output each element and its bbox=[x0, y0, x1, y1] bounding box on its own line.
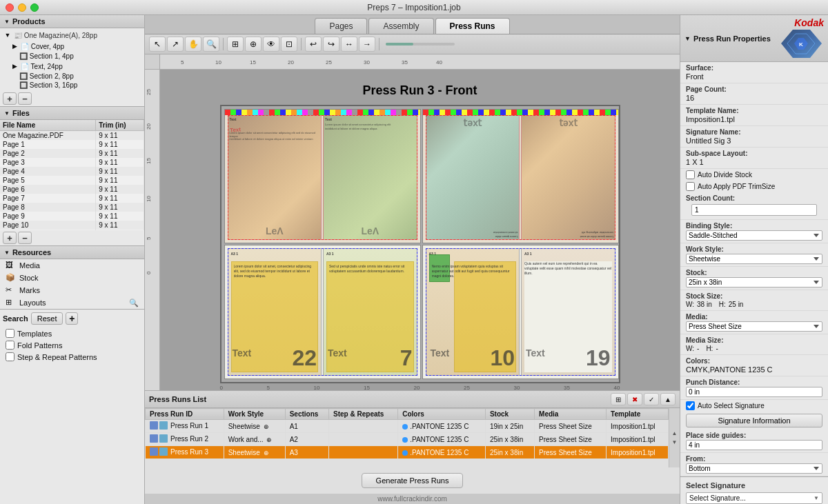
bl-page-2: A3 1 Sed ut perspiciatis unde omnis iste… bbox=[323, 248, 417, 376]
close-button[interactable] bbox=[6, 3, 14, 12]
media-size-values: W: - H: - bbox=[686, 345, 822, 352]
rp-auto-apply-row[interactable]: Auto Apply PDF TrimSize bbox=[680, 181, 828, 192]
tab-pages[interactable]: Pages bbox=[315, 18, 367, 34]
generate-press-runs-button[interactable]: Generate Press Runs bbox=[362, 473, 464, 488]
layouts-search-icon[interactable]: 🔍 bbox=[129, 299, 139, 308]
canvas-inner[interactable]: Press Run 3 - Front bbox=[160, 70, 680, 390]
select-tool-button[interactable]: ↖ bbox=[149, 37, 166, 52]
file-row[interactable]: Page 59 x 11 bbox=[0, 176, 144, 185]
files-section-header[interactable]: ▼ Files bbox=[0, 107, 144, 120]
resources-section-header[interactable]: ▼ Resources bbox=[0, 246, 144, 259]
product-item-2[interactable]: ▶ 📄 Cover, 4pp bbox=[0, 41, 144, 52]
auto-divide-checkbox[interactable] bbox=[686, 170, 695, 179]
file-row[interactable]: One Magazine.PDF9 x 11 bbox=[0, 131, 144, 141]
zoom-slider[interactable] bbox=[386, 43, 455, 46]
file-trim-cell: 9 x 11 bbox=[96, 167, 144, 176]
view-button[interactable]: 👁 bbox=[263, 37, 279, 52]
prl-btn-up[interactable]: ▲ bbox=[660, 393, 676, 405]
file-row[interactable]: Page 69 x 11 bbox=[0, 185, 144, 194]
arrow-tool-button[interactable]: ↗ bbox=[167, 37, 184, 52]
remove-product-button[interactable]: − bbox=[18, 92, 32, 105]
pan-tool-button[interactable]: ✋ bbox=[185, 37, 201, 52]
layout-button[interactable]: ⊡ bbox=[281, 37, 297, 52]
prl-title: Press Runs List bbox=[149, 395, 206, 403]
auto-apply-checkbox[interactable] bbox=[686, 182, 695, 191]
fold-patterns-checkbox-item[interactable]: Fold Patterns bbox=[3, 339, 141, 351]
auto-select-signature-label: Auto Select Signature bbox=[698, 402, 765, 410]
flip-button[interactable]: ↔ bbox=[341, 37, 357, 52]
add-product-button[interactable]: + bbox=[3, 92, 17, 105]
surface-value: Front bbox=[686, 72, 822, 81]
undo-button[interactable]: ↩ bbox=[305, 37, 322, 52]
product-item-6[interactable]: 🔲 Section 3, 16pp bbox=[0, 81, 144, 90]
file-row[interactable]: Page 79 x 11 bbox=[0, 194, 144, 203]
maximize-button[interactable] bbox=[30, 3, 39, 12]
remove-file-button[interactable]: − bbox=[18, 232, 32, 244]
tab-assembly[interactable]: Assembly bbox=[368, 18, 433, 34]
file-row[interactable]: Page 29 x 11 bbox=[0, 149, 144, 158]
rp-stock: Stock: 25in x 38in 19in x 25in bbox=[680, 267, 828, 290]
section-count-input[interactable] bbox=[691, 204, 817, 216]
product-item-5[interactable]: 🔲 Section 2, 8pp bbox=[0, 72, 144, 81]
reset-button[interactable]: Reset bbox=[31, 312, 63, 325]
fold-patterns-checkbox[interactable] bbox=[6, 341, 14, 350]
step-repeat-checkbox[interactable] bbox=[6, 352, 14, 361]
file-row[interactable]: Page 39 x 11 bbox=[0, 158, 144, 167]
place-side-guides-input[interactable] bbox=[686, 440, 822, 450]
rp-auto-divide-row[interactable]: Auto Divide Stock bbox=[680, 169, 828, 181]
file-row[interactable]: Page 49 x 11 bbox=[0, 167, 144, 176]
prl-btn-grid[interactable]: ⊞ bbox=[611, 393, 626, 405]
file-trim-cell: 9 x 11 bbox=[96, 221, 144, 230]
resource-stock[interactable]: 📦 Stock bbox=[0, 272, 144, 284]
file-trim-cell: 9 x 11 bbox=[96, 176, 144, 185]
binding-style-select[interactable]: Saddle-Stitched Perfect Bound Loose Leaf bbox=[686, 230, 822, 241]
add-button[interactable]: ⊕ bbox=[245, 37, 262, 52]
prl-row[interactable]: Press Run 3Sheetwise ⊕A3.PANTONE 1235 C2… bbox=[146, 446, 669, 459]
prl-scroll-up[interactable]: ▲ bbox=[671, 429, 679, 438]
signature-info-button[interactable]: Signature Information bbox=[686, 414, 822, 427]
prl-row[interactable]: Press Run 1Sheetwise ⊕A1.PANTONE 1235 C1… bbox=[146, 420, 669, 433]
br-page2-num: 19 bbox=[586, 345, 611, 371]
grid-button[interactable]: ⊞ bbox=[227, 37, 244, 52]
section2-label: 🔲 Section 2, 8pp bbox=[19, 72, 74, 80]
product-item-3[interactable]: 🔲 Section 1, 4pp bbox=[0, 52, 144, 61]
product-item-1[interactable]: ▼ 📰 One Magazine(A), 28pp bbox=[0, 30, 144, 41]
auto-select-signature-checkbox[interactable] bbox=[686, 401, 695, 410]
prl-btn-delete[interactable]: ✖ bbox=[627, 393, 642, 405]
prl-btn-check[interactable]: ✓ bbox=[644, 393, 659, 405]
redo-button[interactable]: ↪ bbox=[323, 37, 339, 52]
next-button[interactable]: → bbox=[359, 37, 375, 52]
file-row[interactable]: Page 89 x 11 bbox=[0, 203, 144, 212]
products-tree: ▼ 📰 One Magazine(A), 28pp ▶ 📄 Cover, 4pp… bbox=[0, 28, 144, 91]
prl-scroll-down[interactable]: ▼ bbox=[671, 438, 679, 447]
search-add-button[interactable]: + bbox=[66, 312, 78, 325]
prl-row[interactable]: Press Run 2Work and... ⊕A2.PANTONE 1235 … bbox=[146, 433, 669, 446]
step-repeat-checkbox-item[interactable]: Step & Repeat Patterns bbox=[3, 351, 141, 363]
file-row[interactable]: Page 19 x 11 bbox=[0, 140, 144, 149]
stock-select[interactable]: 25in x 38in 19in x 25in bbox=[686, 277, 822, 288]
rp-header-title: Press Run Properties bbox=[693, 34, 771, 43]
file-row[interactable]: Page 99 x 11 bbox=[0, 212, 144, 221]
rp-binding-style: Binding Style: Saddle-Stitched Perfect B… bbox=[680, 220, 828, 243]
work-style-select[interactable]: Sheetwise Work and Turn Work and Tumble bbox=[686, 254, 822, 264]
file-row[interactable]: Page 109 x 11 bbox=[0, 221, 144, 230]
templates-checkbox-item[interactable]: Templates bbox=[3, 327, 141, 339]
products-section-header[interactable]: ▼ Products bbox=[0, 15, 144, 28]
templates-checkbox[interactable] bbox=[6, 329, 14, 338]
select-signature-combo[interactable]: Select Signature... ▼ bbox=[686, 492, 822, 504]
rp-auto-select-signature-row[interactable]: Auto Select Signature bbox=[680, 400, 828, 412]
resource-marks[interactable]: ✂ Marks bbox=[0, 284, 144, 296]
punch-distance-input[interactable] bbox=[686, 387, 822, 397]
zoom-tool-button[interactable]: 🔍 bbox=[203, 37, 219, 52]
minimize-button[interactable] bbox=[18, 3, 26, 12]
resource-layouts[interactable]: ⊞ Layouts 🔍 bbox=[0, 296, 144, 309]
tab-press-runs[interactable]: Press Runs bbox=[435, 18, 510, 34]
svg-text:K: K bbox=[799, 41, 803, 48]
media-select[interactable]: Press Sheet Size Custom bbox=[686, 321, 822, 332]
product-item-4[interactable]: ▶ 📄 Text, 24pp bbox=[0, 61, 144, 72]
from-select[interactable]: Bottom Top bbox=[686, 463, 822, 474]
add-file-button[interactable]: + bbox=[3, 232, 17, 244]
resource-media[interactable]: 🖼 Media bbox=[0, 259, 144, 272]
template-name-value: Imposition1.tpl bbox=[686, 115, 822, 123]
text-icon: ▶ bbox=[10, 61, 19, 71]
